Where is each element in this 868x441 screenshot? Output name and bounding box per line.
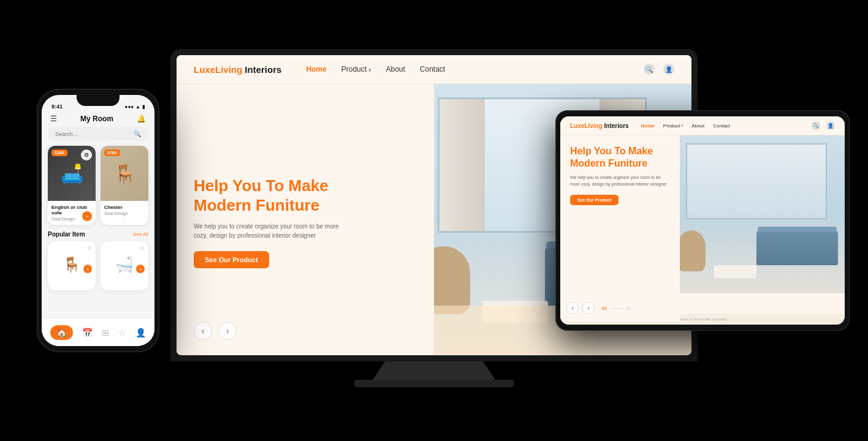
phone-product-price-1: $340 [51, 149, 67, 156]
tab-room-window [686, 143, 827, 219]
desktop-nav-links: Home Product About Contact [306, 65, 644, 74]
tab-page-divider [611, 308, 623, 309]
desktop-navbar: LuxeLiving Interiors Home Product About … [177, 55, 691, 84]
phone-notch [77, 95, 120, 106]
tablet-cta-button[interactable]: See Our Product [570, 195, 619, 205]
phone-product-settings-1[interactable]: ⚙ [81, 149, 92, 160]
tab-logo-living: Interiors [603, 123, 629, 129]
nav-product[interactable]: Product [341, 65, 371, 74]
tablet-navbar: LuxeLiving Interiors Home Product About … [560, 116, 845, 135]
tab-nav-about[interactable]: About [691, 123, 704, 129]
menu-icon[interactable]: ☰ [50, 115, 57, 123]
tab-search-icon[interactable]: 🔍 [812, 121, 820, 130]
signal-icon: ●●● [125, 104, 134, 110]
tablet-nav-icons: 🔍 👤 [812, 121, 835, 130]
tablet-screen: LuxeLiving Interiors Home Product About … [560, 116, 845, 325]
tablet-logo: LuxeLiving Interiors [570, 123, 629, 129]
nav-about[interactable]: About [386, 65, 405, 74]
phone-screen: 9:41 ●●● ▲ ▮ ☰ My Room 🔔 🔍 [42, 95, 154, 346]
tablet-bottom-label: Some of our trusted company [679, 317, 727, 321]
scene: LuxeLiving Interiors Home Product About … [0, 0, 868, 441]
nav-favorites-item[interactable]: ☆ [118, 328, 126, 337]
phone-header: ☰ My Room 🔔 [42, 112, 154, 127]
phone-frame: 9:41 ●●● ▲ ▮ ☰ My Room 🔔 🔍 [37, 89, 159, 352]
phone-signal: ●●● ▲ ▮ [125, 104, 145, 110]
nav-grid-item[interactable]: ⊞ [102, 328, 109, 337]
popular-badge-1: + [83, 265, 92, 273]
phone-title: My Room [80, 115, 113, 123]
tablet-nav-arrows: ‹ › 01 02 [566, 302, 631, 314]
tablet-nav-links: Home Product About Contact [641, 123, 812, 129]
tablet-hero-image [668, 135, 845, 293]
tab-nav-contact[interactable]: Contact [713, 123, 730, 129]
phone-product-brand-2: Goal Design [104, 211, 145, 216]
tab-nav-home[interactable]: Home [641, 123, 655, 129]
phone-product-image-2: 🪑 $760 [101, 146, 148, 201]
phone-device: 9:41 ●●● ▲ ▮ ☰ My Room 🔔 🔍 [37, 89, 159, 352]
tab-pagination: 01 02 [602, 306, 631, 311]
tab-prev-arrow[interactable]: ‹ [566, 302, 579, 314]
desktop-hero-content: Help You To Make Modern Funiture We help… [177, 84, 434, 355]
phone-search-bar[interactable]: 🔍 [48, 127, 148, 141]
tab-chair [677, 230, 706, 271]
desktop-cta-button[interactable]: See Our Product [194, 251, 269, 268]
tab-page-current: 01 [602, 306, 607, 311]
logo-living: Interiors [242, 64, 281, 75]
tablet-hero-content: Help You To Make Modern Funiture We help… [560, 135, 680, 322]
phone-product-cart-1[interactable]: + [82, 211, 92, 221]
phone-product-card-1[interactable]: 🛋️ $340 ⚙ English or club sofa Goal Desi… [48, 146, 96, 225]
desktop-hero-title: Help You To Make Modern Funiture [194, 176, 417, 216]
logo-luxe: LuxeLiving [194, 64, 242, 75]
tablet-device: LuxeLiving Interiors Home Product About … [555, 110, 850, 331]
phone-popular-items: ☆ 🪑 + ☆ 🛁 + [42, 241, 154, 290]
tablet-room-image [668, 135, 845, 293]
next-arrow[interactable]: › [218, 322, 237, 340]
star-icon-2: ☆ [140, 245, 145, 251]
phone-time: 9:41 [51, 104, 63, 110]
phone-product-price-2: $760 [104, 149, 120, 156]
desktop-nav-icons: 🔍 👤 [644, 64, 674, 75]
monitor-stand [373, 361, 495, 380]
sofa-icon: 🛋️ [61, 163, 83, 184]
tab-product-chevron-icon [681, 123, 683, 129]
tab-coffee-table [714, 265, 756, 278]
monitor-base [354, 380, 514, 387]
popular-see-all[interactable]: See All [133, 232, 148, 237]
search-icon[interactable]: 🔍 [644, 64, 655, 75]
desktop-hero-description: We help you to create organize your room… [194, 222, 341, 240]
nav-home[interactable]: Home [306, 65, 326, 74]
wifi-icon: ▲ [135, 104, 140, 110]
star-icon-1: ☆ [87, 245, 92, 251]
user-icon[interactable]: 👤 [663, 64, 674, 75]
popular-badge-2: + [136, 265, 145, 273]
tab-next-arrow[interactable]: › [582, 302, 595, 314]
popular-card-1[interactable]: ☆ 🪑 + [48, 241, 96, 290]
desktop-nav-arrows: ‹ › [194, 322, 237, 340]
phone-search-icon: 🔍 [134, 130, 141, 137]
phone-search-input[interactable] [55, 131, 130, 137]
nav-contact[interactable]: Contact [420, 65, 445, 74]
tab-user-icon[interactable]: 👤 [826, 121, 835, 130]
desktop-logo: LuxeLiving Interiors [194, 64, 281, 75]
nav-profile-item[interactable]: 👤 [135, 328, 146, 337]
tablet-hero-title: Help You To Make Modern Funiture [570, 145, 670, 170]
tablet-hero: Help You To Make Modern Funiture We help… [560, 135, 845, 322]
prev-arrow[interactable]: ‹ [194, 322, 212, 340]
nav-calendar-item[interactable]: 📅 [82, 328, 93, 337]
tab-logo-luxe: LuxeLiving [570, 123, 603, 129]
curtain-left [440, 99, 485, 231]
chair-icon: 🪑 [113, 163, 136, 184]
popular-title: Popular Item [48, 231, 85, 238]
tab-nav-product[interactable]: Product [663, 123, 683, 129]
tab-sofa [756, 230, 837, 265]
phone-nav-home[interactable]: 🏠 [50, 325, 73, 340]
phone-popular-header: Popular Item See All [42, 231, 154, 241]
battery-icon: ▮ [142, 104, 145, 110]
nav-home-item: 🏠 [56, 328, 67, 337]
phone-bottom-nav: 🏠 📅 ⊞ ☆ 👤 [42, 318, 154, 346]
tablet-frame: LuxeLiving Interiors Home Product About … [555, 110, 850, 331]
notification-icon[interactable]: 🔔 [137, 115, 146, 123]
popular-card-2[interactable]: ☆ 🛁 + [101, 241, 148, 290]
tablet-hero-description: We help you to create organize your room… [570, 175, 670, 187]
phone-product-card-2[interactable]: 🪑 $760 Chester Goal Design [101, 146, 148, 225]
